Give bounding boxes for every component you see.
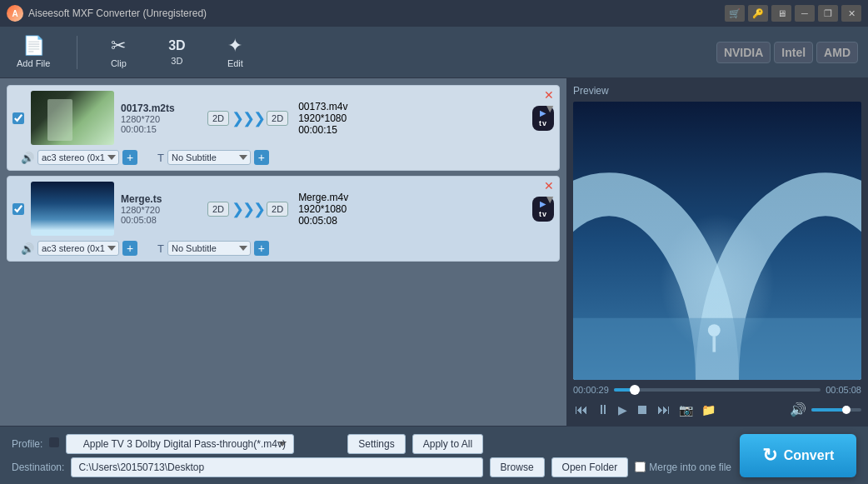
file-close-button-1[interactable]: ✕ <box>544 89 556 101</box>
subtitle-select-2[interactable]: No Subtitle <box>167 241 251 256</box>
toolbar: 📄 Add File ✂ Clip 3D 3D ✦ Edit NVIDIA In… <box>0 27 868 78</box>
amd-button[interactable]: AMD <box>816 42 858 63</box>
settings-button[interactable]: Settings <box>347 434 405 454</box>
progress-track[interactable] <box>614 388 821 392</box>
dst-dur-2: 00:05:08 <box>298 215 398 227</box>
open-folder-button[interactable]: Open Folder <box>551 457 629 477</box>
edit-button[interactable]: ✦ Edit <box>214 33 256 72</box>
convert-button[interactable]: ↻ Convert <box>740 434 856 477</box>
bottom-grid: Profile: Apple TV 3 Dolby Digital Pass-t… <box>12 434 731 477</box>
audio-add-button-1[interactable]: + <box>122 150 137 165</box>
playback-buttons: ⏮ ⏸ ▶ ⏹ ⏭ 📷 📁 🔊 <box>573 400 861 419</box>
src-filename-2: Merge.ts <box>121 193 204 205</box>
volume-wrap: 🔊 <box>788 400 861 419</box>
file-src-1: 00173.m2ts 1280*720 00:00:15 <box>121 102 204 134</box>
minimize-button[interactable]: ─ <box>795 5 815 22</box>
convert-label: Convert <box>784 448 834 463</box>
stop-button[interactable]: ⏹ <box>634 401 651 419</box>
convert-arrow-2: 2D ❯❯❯ 2D <box>207 200 288 218</box>
volume-button[interactable]: 🔊 <box>788 400 808 419</box>
file-actions-1: ✕ ▼ <box>544 89 556 114</box>
profile-select[interactable]: Apple TV 3 Dolby Digital Pass-through(*.… <box>66 434 294 454</box>
file-item: 00173.m2ts 1280*720 00:00:15 2D ❯❯❯ 2D 0… <box>7 85 560 171</box>
dst-filename-1: 00173.m4v <box>298 101 398 112</box>
audio-add-button-2[interactable]: + <box>122 241 137 256</box>
file-checkbox-2[interactable] <box>12 203 24 215</box>
preview-video[interactable] <box>573 102 861 380</box>
subtitle-select-1[interactable]: No Subtitle <box>167 150 251 165</box>
file-edit-button-2[interactable]: ▼ <box>544 193 556 205</box>
main-area: 00173.m2ts 1280*720 00:00:15 2D ❯❯❯ 2D 0… <box>0 78 868 426</box>
app-logo: A <box>7 5 23 22</box>
intel-logo: Intel <box>781 46 806 59</box>
add-file-button[interactable]: 📄 Add File <box>10 33 57 72</box>
clip-button[interactable]: ✂ Clip <box>97 33 139 72</box>
arrow-icon-1: ❯❯❯ <box>232 109 264 127</box>
edit-icon: ✦ <box>227 37 242 55</box>
monitor-button[interactable]: 🖥 <box>771 5 791 22</box>
src-mode-badge-1: 2D <box>207 111 229 126</box>
src-res-1: 1280*720 <box>121 114 204 124</box>
cart-button[interactable]: 🛒 <box>725 5 745 22</box>
merge-label: Merge into one file <box>649 462 731 473</box>
file-thumbnail-1 <box>31 91 114 145</box>
destination-row: Destination: Browse Open Folder Merge in… <box>12 457 731 477</box>
progress-bar-wrap: 00:00:29 00:05:08 <box>573 385 861 395</box>
audio-icon-1: 🔊 <box>21 152 34 164</box>
audio-icon-2: 🔊 <box>21 242 34 255</box>
arrow-icon-2: ❯❯❯ <box>232 200 264 218</box>
sub-select-wrap-1: T No Subtitle + <box>157 150 269 165</box>
dst-filename-2: Merge.m4v <box>298 192 398 203</box>
src-res-2: 1280*720 <box>121 205 204 215</box>
volume-thumb[interactable] <box>842 406 851 414</box>
volume-track[interactable] <box>811 408 861 412</box>
apply-to-all-button[interactable]: Apply to All <box>412 434 483 454</box>
browse-button[interactable]: Browse <box>490 457 545 477</box>
add-file-icon: 📄 <box>22 37 45 55</box>
progress-thumb[interactable] <box>630 385 640 395</box>
restore-button[interactable]: ❐ <box>818 5 838 22</box>
close-button[interactable]: ✕ <box>841 5 861 22</box>
file-src-2: Merge.ts 1280*720 00:05:08 <box>121 193 204 225</box>
subtitle-add-button-1[interactable]: + <box>254 150 269 165</box>
preview-video-inner <box>573 102 861 380</box>
file-dst-1: 00173.m4v 1920*1080 00:00:15 <box>298 101 398 136</box>
audio-select-2[interactable]: ac3 stereo (0x1 <box>37 241 119 256</box>
key-button[interactable]: 🔑 <box>748 5 768 22</box>
file-checkbox-1[interactable] <box>12 112 24 124</box>
preview-controls: 00:00:29 00:05:08 ⏮ ⏸ ▶ ⏹ ⏭ 📷 📁 🔊 <box>573 385 861 419</box>
file-list-panel: 00173.m2ts 1280*720 00:00:15 2D ❯❯❯ 2D 0… <box>0 78 566 426</box>
svg-point-4 <box>708 324 721 337</box>
amd-logo: AMD <box>824 46 851 59</box>
subtitle-add-button-2[interactable]: + <box>254 241 269 256</box>
file-item-header: 00173.m2ts 1280*720 00:00:15 2D ❯❯❯ 2D 0… <box>12 91 554 145</box>
file-edit-button-1[interactable]: ▼ <box>544 102 556 114</box>
intel-button[interactable]: Intel <box>774 42 813 63</box>
file-close-button-2[interactable]: ✕ <box>544 180 556 192</box>
edit-label: Edit <box>227 58 243 68</box>
folder-button[interactable]: 📁 <box>700 402 717 418</box>
pause-button[interactable]: ⏸ <box>595 401 611 419</box>
audio-select-wrap-1: 🔊 ac3 stereo (0x1 + <box>21 150 137 165</box>
total-time-label: 00:05:08 <box>826 385 861 395</box>
dst-dur-1: 00:00:15 <box>298 124 398 136</box>
audio-select-1[interactable]: ac3 stereo (0x1 <box>37 150 119 165</box>
profile-color-dot <box>49 437 59 447</box>
skip-fwd-button[interactable]: ⏭ <box>656 401 672 419</box>
profile-row: Profile: Apple TV 3 Dolby Digital Pass-t… <box>12 434 731 454</box>
file-info-1: 00173.m2ts 1280*720 00:00:15 2D ❯❯❯ 2D 0… <box>121 101 554 136</box>
clip-label: Clip <box>111 58 127 68</box>
nvidia-button[interactable]: NVIDIA <box>716 42 771 63</box>
current-time-label: 00:00:29 <box>573 385 609 395</box>
destination-input[interactable] <box>71 457 482 477</box>
play-button[interactable]: ▶ <box>616 402 629 418</box>
file-dst-2: Merge.m4v 1920*1080 00:05:08 <box>298 192 398 227</box>
skip-back-button[interactable]: ⏮ <box>573 401 590 419</box>
threed-label: 3D <box>171 56 182 66</box>
merge-checkbox[interactable] <box>635 462 646 472</box>
preview-panel: Preview <box>566 78 868 426</box>
threed-button[interactable]: 3D 3D <box>156 36 197 69</box>
file-item-header-2: Merge.ts 1280*720 00:05:08 2D ❯❯❯ 2D Mer… <box>12 182 554 236</box>
src-dur-2: 00:05:08 <box>121 215 204 225</box>
screenshot-button[interactable]: 📷 <box>677 402 695 418</box>
